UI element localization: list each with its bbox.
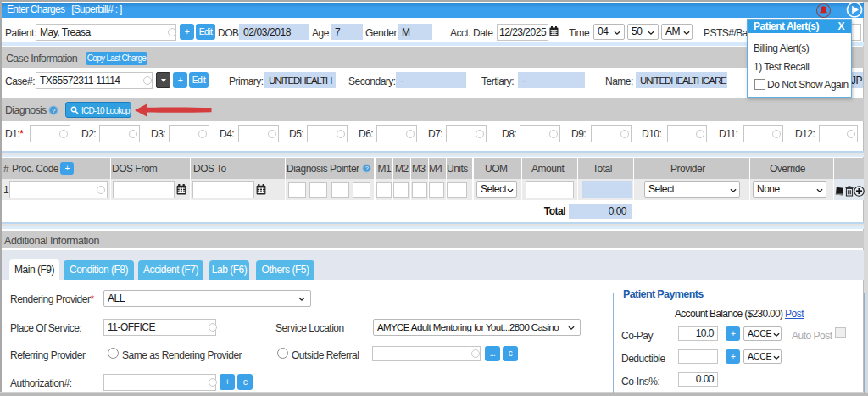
svg-text:?: ? xyxy=(365,165,369,172)
